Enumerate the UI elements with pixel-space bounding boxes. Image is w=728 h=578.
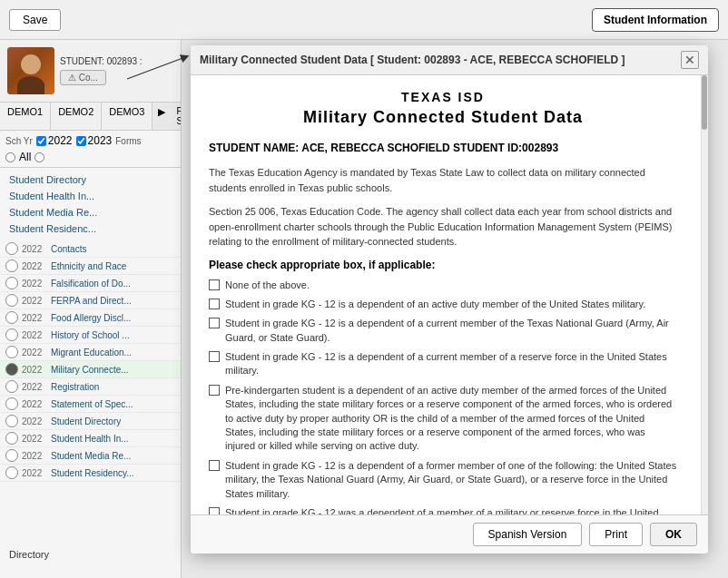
checkbox-6[interactable] [209,507,220,514]
table-row: 2022 Student Residency... [0,465,181,482]
row-selector[interactable] [5,346,18,358]
student-info: STUDENT: 002893 : ⚠ Co... [60,56,143,85]
forms-all-label: All [19,151,31,163]
table-row: 2022 Migrant Education... [0,344,181,361]
table-row: 2022 Contacts [0,240,181,258]
year-2022-group: 2022 [36,134,73,147]
scrollbar-track [701,75,708,514]
modal-title: Military Connected Student Data [ Studen… [200,54,625,66]
alert-button[interactable]: ⚠ Co... [60,70,106,85]
spanish-version-button[interactable]: Spanish Version [473,523,583,546]
ok-button[interactable]: OK [650,523,697,546]
table-row: 2022 Food Allergy Discl... [0,309,181,327]
check-label-5: Student in grade KG - 12 is a dependent … [225,459,677,501]
row-selector[interactable] [5,311,18,324]
year-2023-label: 2023 [88,134,113,147]
nav-list: Student Directory Student Health In... S… [0,168,181,240]
forms-label: Forms [115,136,141,146]
forms-radio-group: All [5,151,44,163]
demo-tabs: DEMO1 DEMO2 DEMO3 ▶ PK S [0,103,181,131]
forms-radio-other[interactable] [34,152,44,162]
nav-student-media[interactable]: Student Media Re... [0,204,181,220]
student-id: 002893 : [107,56,143,66]
check-label-6: Student in grade KG - 12 was a dependent… [225,506,677,514]
table-row: 2022 Student Directory [0,413,181,430]
row-selector[interactable] [5,432,18,445]
table-row: 2022 FERPA and Direct... [0,292,181,309]
pk-s-button[interactable]: PK S [171,103,182,130]
row-selector-selected[interactable] [5,363,18,376]
check-label-4: Pre-kindergarten student is a dependent … [225,384,677,454]
military-connected-row: 2022 Military Connecte... [0,361,181,378]
student-header: STUDENT: 002893 : ⚠ Co... [0,40,181,103]
checkbox-4[interactable] [209,385,220,396]
top-bar: Save Student Information [0,0,728,40]
demo-more-tab[interactable]: ▶ [152,103,171,130]
avatar [7,47,54,94]
year-2022-label: 2022 [48,134,73,147]
save-button[interactable]: Save [9,9,61,31]
forms-radio-all[interactable] [5,152,15,162]
data-rows: 2022 Contacts 2022 Ethnicity and Race 20… [0,240,181,482]
print-button[interactable]: Print [589,523,643,546]
table-row: 2022 History of School ... [0,327,181,344]
scrollbar-thumb[interactable] [702,75,707,130]
check-item-6: Student in grade KG - 12 was a dependent… [209,506,677,514]
row-selector[interactable] [5,415,18,427]
table-row: 2022 Falsification of Do... [0,275,181,292]
row-selector[interactable] [5,397,18,410]
table-row: 2022 Student Health In... [0,430,181,447]
check-item-1: Student in grade KG - 12 is a dependent … [209,298,677,311]
demo1-tab[interactable]: DEMO1 [0,103,51,130]
row-selector[interactable] [5,466,18,479]
checkbox-3[interactable] [209,351,220,362]
checkbox-0[interactable] [209,279,220,290]
check-label-1: Student in grade KG - 12 is a dependent … [225,298,645,311]
table-row: 2022 Statement of Spec... [0,396,181,413]
student-label: STUDENT: 002893 : [60,56,143,66]
checkbox-5[interactable] [209,460,220,471]
check-item-3: Student in grade KG - 12 is a dependent … [209,350,677,378]
nav-student-health[interactable]: Student Health In... [0,188,181,204]
check-item-0: None of the above. [209,279,677,292]
directory-label: Directory [9,549,49,560]
sch-yr-label: Sch Yr [5,136,33,146]
student-label-text: STUDENT: [60,56,104,66]
org-name: TEXAS ISD [209,90,677,104]
check-item-5: Student in grade KG - 12 is a dependent … [209,459,677,501]
check-item-2: Student in grade KG - 12 is a dependent … [209,317,677,345]
modal-header: Military Connected Student Data [ Studen… [191,45,708,75]
demo3-tab[interactable]: DEMO3 [102,103,152,130]
nav-student-directory[interactable]: Student Directory [0,171,181,188]
doc-title: Military Connected Student Data [209,108,677,127]
modal-close-button[interactable]: ✕ [681,51,699,69]
checkbox-1[interactable] [209,299,220,309]
table-row: 2022 Student Media Re... [0,447,181,465]
year-2022-checkbox[interactable] [36,136,46,146]
check-label-0: None of the above. [225,279,310,292]
paragraph-2: Section 25 006, Texas Education Code. Th… [209,204,677,250]
check-item-4: Pre-kindergarten student is a dependent … [209,384,677,454]
modal-body: TEXAS ISD Military Connected Student Dat… [191,75,708,514]
check-label-2: Student in grade KG - 12 is a dependent … [225,317,677,345]
left-panel: STUDENT: 002893 : ⚠ Co... DEMO1 DEMO2 DE… [0,40,182,578]
student-name-line: STUDENT NAME: ACE, REBECCA SCHOFIELD STU… [209,142,677,154]
row-selector[interactable] [5,294,18,307]
alert-label: ⚠ Co... [68,73,98,83]
row-selector[interactable] [5,328,18,341]
table-row: 2022 Ethnicity and Race [0,258,181,275]
row-selector[interactable] [5,380,18,393]
demo2-tab[interactable]: DEMO2 [51,103,102,130]
check-section-title: Please check appropriate box, if applica… [209,259,677,271]
nav-student-residency[interactable]: Student Residenc... [0,220,181,237]
check-label-3: Student in grade KG - 12 is a dependent … [225,350,677,378]
checkbox-2[interactable] [209,318,220,328]
row-selector[interactable] [5,449,18,462]
row-selector[interactable] [5,277,18,289]
table-row: 2022 Registration [0,378,181,396]
year-2023-checkbox[interactable] [76,136,86,146]
row-selector[interactable] [5,260,18,272]
student-info-button[interactable]: Student Information [592,8,719,32]
row-selector[interactable] [5,242,18,255]
student-photo [7,47,54,94]
